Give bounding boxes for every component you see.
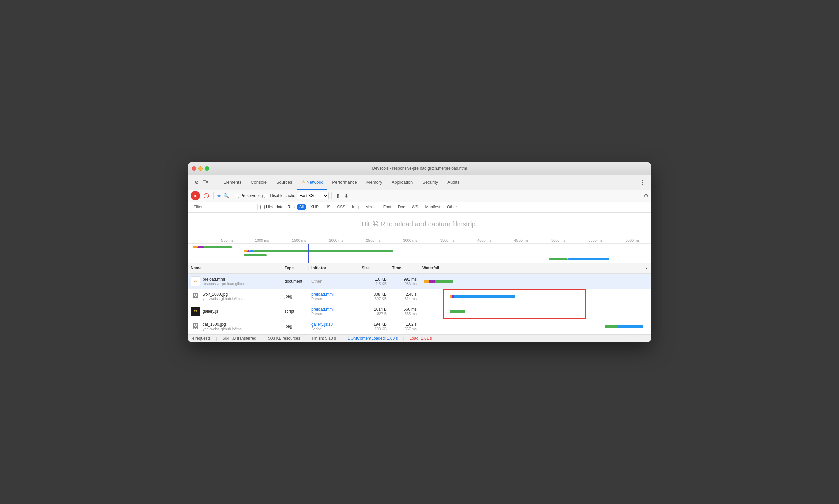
tab-console[interactable]: Console (246, 175, 271, 190)
filter-js[interactable]: JS (323, 204, 332, 210)
col-type: Type (282, 266, 309, 270)
more-tabs-button[interactable]: ⋮ (637, 179, 648, 186)
load-time: Load: 1.61 s (410, 336, 432, 341)
resources-size: 503 KB resources (268, 336, 300, 341)
record-button[interactable]: ● (191, 191, 200, 200)
export-har-button[interactable]: ⬇ (343, 193, 350, 199)
preserve-log-checkbox[interactable] (235, 194, 239, 198)
filter-css[interactable]: CSS (335, 204, 347, 210)
tab-audits[interactable]: Audits (443, 175, 464, 190)
filter-all[interactable]: All (297, 204, 306, 210)
disable-cache-checkbox[interactable] (264, 194, 268, 198)
initiator-link[interactable]: preload.html (311, 292, 356, 296)
tab-network[interactable]: ⚠ Network (297, 175, 327, 190)
ruler-6000: 6000 ms (626, 238, 640, 242)
preserve-log-group[interactable]: Preserve log (235, 193, 263, 198)
table-row[interactable]: JS gallery.js script preload.html Parser… (188, 304, 651, 319)
filter-media[interactable]: Media (363, 204, 378, 210)
wf-seg-ttfb (605, 325, 618, 328)
filter-input[interactable] (191, 204, 258, 210)
filter-ws[interactable]: WS (410, 204, 420, 210)
devtools-window: DevTools - responsive-preload.glitch.me/… (188, 162, 651, 342)
col-time: Time (389, 266, 420, 270)
tab-bar: Elements Console Sources ⚠ Network Perfo… (188, 175, 651, 190)
file-icon-html: <> (191, 276, 200, 286)
tab-performance[interactable]: Performance (327, 175, 361, 190)
dom-content-loaded: DOMContentLoaded: 1.60 s (348, 336, 398, 341)
maximize-button[interactable] (205, 166, 209, 171)
waterfall-sort-icon[interactable]: ▲ (645, 266, 648, 270)
settings-icon[interactable]: ⚙ (644, 193, 648, 199)
wf-seg-ttfb (454, 294, 458, 298)
name-cell: 🖼 cat_1600.jpg yoavweiss.github.io/ima..… (188, 322, 282, 331)
filter-icon[interactable] (216, 193, 222, 199)
file-name: cat_1600.jpg (203, 322, 245, 327)
tl-bar-cat-dl (568, 258, 609, 260)
device-toggle-icon[interactable] (201, 178, 210, 187)
size-cell: 1.6 KB 1.5 KB (359, 277, 389, 286)
disable-cache-group[interactable]: Disable cache (264, 193, 295, 198)
import-har-button[interactable]: ⬆ (334, 193, 341, 199)
type-cell: script (282, 309, 309, 314)
minimize-button[interactable] (198, 166, 203, 171)
filter-other[interactable]: Other (445, 204, 459, 210)
size-transferred: 1014 B (374, 307, 387, 312)
warning-icon: ⚠ (302, 180, 305, 184)
time-total: 991 ms (404, 277, 417, 282)
wf-seg-dl (458, 294, 515, 298)
tab-elements[interactable]: Elements (218, 175, 246, 190)
table-row[interactable]: <> preload.html responsive-preload.glitc… (188, 274, 651, 289)
col-size: Size (359, 266, 389, 270)
table-row[interactable]: 🖼 wolf_1600.jpg yoavweiss.github.io/ima.… (188, 289, 651, 304)
timeline-cursor (308, 244, 309, 263)
name-info: cat_1600.jpg yoavweiss.github.io/ima... (203, 322, 245, 331)
table-row[interactable]: 🖼 cat_1600.jpg yoavweiss.github.io/ima..… (188, 319, 651, 334)
timeline-waterfall (188, 244, 651, 263)
filter-img[interactable]: Img (350, 204, 361, 210)
throttle-select[interactable]: Fast 3G No throttling Slow 3G Offline (297, 192, 328, 199)
devtools-body: Elements Console Sources ⚠ Network Perfo… (188, 175, 651, 342)
filter-font[interactable]: Font (381, 204, 393, 210)
size-transferred: 1.6 KB (375, 277, 387, 282)
ruler-5000: 5000 ms (551, 238, 566, 242)
finish-time: Finish: 5.13 s (312, 336, 336, 341)
col-name: Name (188, 266, 282, 270)
wf-seg-dns (450, 294, 452, 298)
wf-seg-dl (618, 325, 643, 328)
initiator-type: Script (311, 327, 356, 331)
tl-bar-html-ssl (197, 246, 204, 248)
type-cell: jpeg (282, 324, 309, 329)
name-info: wolf_1600.jpg yoavweiss.github.io/ima... (203, 292, 245, 301)
time-total: 2.48 s (406, 292, 417, 296)
time-total: 1.62 s (406, 322, 417, 327)
time-cell: 1.62 s 567 ms (389, 322, 420, 331)
status-bar: 4 requests | 504 KB transferred | 503 KB… (188, 334, 651, 342)
filter-xhr[interactable]: XHR (308, 204, 321, 210)
size-transferred: 308 KB (374, 292, 387, 296)
time-total: 566 ms (404, 307, 417, 312)
initiator-link[interactable]: preload.html (311, 307, 356, 312)
filter-doc[interactable]: Doc (396, 204, 407, 210)
hide-data-urls-checkbox[interactable] (261, 205, 265, 210)
ruler-1000: 1000 ms (255, 238, 269, 242)
tl-bar-wolf-ttfb (250, 250, 254, 252)
tab-memory[interactable]: Memory (362, 175, 387, 190)
inspect-element-icon[interactable] (191, 178, 200, 187)
tab-security[interactable]: Security (417, 175, 443, 190)
toolbar-divider-2 (232, 192, 232, 199)
tab-sources[interactable]: Sources (271, 175, 297, 190)
tl-bar-gallery-dl (244, 254, 267, 256)
waterfall-cell (420, 274, 651, 289)
initiator-link[interactable]: gallery.js:18 (311, 322, 356, 327)
search-icon[interactable]: 🔍 (223, 193, 229, 198)
tab-application[interactable]: Application (387, 175, 418, 190)
filter-manifest[interactable]: Manifest (423, 204, 442, 210)
wf-seg-ssl (429, 280, 435, 283)
name-cell: 🖼 wolf_1600.jpg yoavweiss.github.io/ima.… (188, 292, 282, 301)
hide-data-urls-group[interactable]: Hide data URLs (261, 205, 294, 210)
close-button[interactable] (192, 166, 196, 171)
wf-cursor (480, 274, 480, 289)
size-resource: 307 KB (375, 296, 387, 301)
clear-button[interactable]: 🚫 (201, 191, 211, 200)
file-icon-jpg: 🖼 (191, 292, 200, 301)
